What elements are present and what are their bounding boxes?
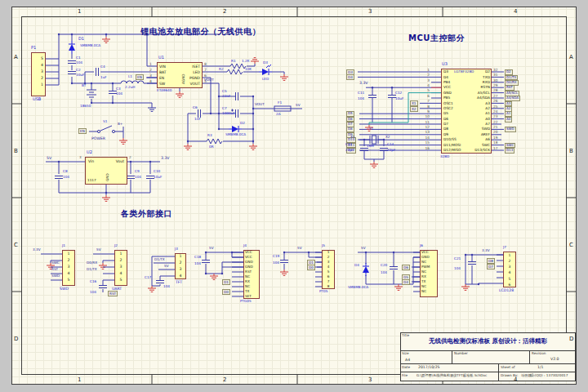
designator: C19	[273, 255, 279, 259]
pin-numbers: 12345	[64, 251, 74, 283]
port-d8: D8	[487, 258, 495, 264]
junction-dot	[363, 139, 365, 140]
diode-icon	[69, 41, 75, 54]
port-d4: D4	[402, 279, 410, 285]
pin-name-vin: Vin	[88, 159, 94, 163]
junction-dot	[105, 192, 107, 194]
designator: C11	[358, 91, 364, 96]
port-d4: D4	[346, 74, 354, 80]
designator: S1	[103, 120, 107, 124]
zone-row: B	[14, 148, 18, 154]
part-comment: 328D	[440, 155, 449, 159]
junction-dot	[205, 252, 207, 253]
part-value: 10K	[245, 68, 252, 72]
pin-names: ISETLEDPGNDVOUT	[176, 64, 200, 87]
junction-dot	[383, 139, 385, 140]
part-value: 22pF	[387, 149, 395, 153]
junction-dot	[471, 254, 473, 256]
net-label-x2: X2	[385, 136, 390, 140]
junction-dot	[252, 128, 254, 130]
titleblock-date-label: Date	[402, 366, 410, 370]
designator: J2	[114, 244, 118, 248]
zone-row: B	[569, 148, 573, 154]
designator: C18	[194, 256, 201, 260]
designator: C20	[381, 264, 387, 268]
part-comment: PT05	[319, 290, 327, 294]
pin-numbers: 1234	[176, 253, 185, 279]
designator: C1	[76, 56, 81, 60]
zone-col: 2	[223, 376, 226, 383]
junction-dot	[112, 102, 114, 104]
designator: P1	[31, 46, 36, 51]
net-label: D0/RX	[87, 261, 97, 265]
pin-stub	[147, 66, 157, 83]
designator: C6	[193, 106, 198, 110]
part-value: 1uF	[100, 76, 107, 80]
port-d1: D1	[222, 279, 230, 285]
designator: C5	[222, 90, 227, 94]
zone-row: A	[14, 54, 18, 60]
port-x2: X2	[410, 106, 418, 112]
section-title-mcu: MCU主控部分	[408, 33, 465, 42]
designator: C14	[387, 143, 394, 147]
designator: C17	[145, 276, 151, 280]
junction-dot	[112, 82, 114, 84]
part-value: SMBM8.0CA	[348, 286, 368, 290]
led-icon	[259, 65, 272, 75]
net-label-x1: X1	[350, 136, 355, 140]
port-rst: RST	[108, 291, 118, 296]
net-label-5v: 5V	[297, 247, 302, 251]
part-value: 2.2uH	[125, 86, 135, 90]
pin-numbers: 12345	[116, 251, 126, 283]
titleblock-drawn-label: Drawn By:	[501, 374, 518, 378]
part-value: 104	[358, 97, 364, 101]
part-value: 0R	[209, 145, 214, 149]
titleblock-file-label: File	[402, 374, 408, 378]
part-value: 1nF	[194, 118, 201, 122]
junction-dot	[105, 33, 107, 35]
pin-names: VCCGNDNCPWMNCRXTXNCNC	[421, 250, 430, 294]
part-value: ETA9640	[157, 89, 172, 93]
part-value: 1000uF	[222, 112, 235, 116]
pin-name-agnd: AGND	[182, 74, 186, 84]
designator: J5	[322, 244, 325, 248]
part-value: 104	[194, 262, 201, 266]
part-value: 10uF	[76, 74, 84, 78]
zone-col: 2	[223, 8, 226, 15]
pin-numbers: 1234	[149, 61, 152, 84]
junction-dot	[252, 113, 254, 114]
zone-row: A	[569, 54, 573, 60]
designator: U2	[87, 150, 92, 155]
part-value: 10uF	[154, 176, 162, 180]
net-label-5v: 5V	[296, 104, 301, 108]
junction-dot	[71, 82, 73, 84]
part-comment: USB	[33, 97, 41, 102]
part-value: 1.2K	[242, 60, 249, 64]
designator: D1	[78, 37, 84, 42]
section-title-battery: 锂电池充放电部分（无线供电）	[140, 27, 261, 36]
titleblock-sheet: 1/1	[537, 365, 543, 369]
net-label: RST	[51, 268, 58, 272]
junction-dot	[283, 252, 285, 253]
designator: D3	[263, 61, 268, 65]
part-comment: TFT	[176, 280, 182, 284]
designator: C7	[222, 107, 227, 111]
part-value: 1117	[87, 179, 96, 183]
designator: C8	[63, 170, 68, 174]
part-value: 104	[116, 92, 122, 96]
pin-stub	[315, 252, 322, 287]
junction-dot	[465, 254, 466, 256]
designator: C3	[116, 87, 121, 91]
net-label-vout: VOUT	[255, 103, 265, 107]
designator: Y1	[369, 127, 373, 131]
sheet-border	[12, 7, 577, 385]
junction-dot	[221, 273, 223, 274]
net-label-3v3: 3.3V	[359, 81, 368, 85]
net-label: 5V	[164, 265, 169, 269]
titleblock-file: G:\原理图\无线供电检测仪TFT标准板.SchDoc	[416, 374, 487, 378]
titleblock-drawn: 活得精彩(QQ)：1373020017	[521, 374, 568, 378]
titleblock-title: 无线供电检测仪标准板 原创设计：活得精彩	[400, 338, 576, 345]
titleblock-size: A4	[405, 358, 410, 362]
pin-names: VINBATENSW	[159, 64, 167, 87]
junction-dot	[308, 252, 310, 253]
